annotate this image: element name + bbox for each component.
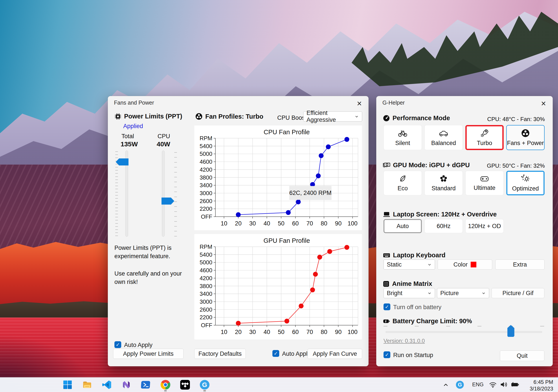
apply-fan-curve-button[interactable]: Apply Fan Curve <box>308 349 362 359</box>
tray-chevron-up-icon[interactable] <box>442 381 450 389</box>
laptop-icon <box>383 211 390 217</box>
anime-brightness-dropdown[interactable]: Bright <box>384 288 435 298</box>
tick <box>174 211 177 212</box>
tick <box>115 233 118 233</box>
battery-slider-track[interactable] <box>385 331 542 333</box>
run-on-startup-label: Run on Startup <box>393 352 433 359</box>
svg-text:5000: 5000 <box>200 259 212 266</box>
tick <box>174 167 177 167</box>
taskbar-start-button[interactable] <box>62 380 73 390</box>
power-auto-apply-label: Auto Apply <box>124 342 152 349</box>
cpu-fan-chart[interactable]: CPU Fan ProfileOFF2200260030003400380042… <box>194 125 362 230</box>
total-slider-handle[interactable] <box>116 158 129 166</box>
version-link[interactable]: Version: 0.31.0.0 <box>384 338 425 344</box>
keyboard-color-button[interactable]: Color <box>438 259 492 270</box>
taskbar-visual-studio-button[interactable] <box>121 380 131 390</box>
cpu-value: 40W <box>157 140 170 148</box>
gamepad-icon <box>480 175 489 182</box>
close-icon[interactable]: × <box>538 98 549 109</box>
taskbar-tidal-button[interactable] <box>180 380 190 390</box>
fan-auto-apply-checkbox[interactable]: ✓ <box>272 350 279 357</box>
run-on-startup-checkbox[interactable]: ✓ <box>384 351 390 358</box>
tick <box>115 198 118 199</box>
picture-gif-button[interactable]: Picture / Gif <box>492 288 544 298</box>
tick <box>540 326 544 326</box>
svg-text:5400: 5400 <box>200 251 212 258</box>
mode-silent-button[interactable]: Silent <box>384 125 422 150</box>
cpu-boost-dropdown[interactable]: Efficient Aggressive <box>303 111 362 122</box>
tick <box>115 220 118 220</box>
svg-text:100: 100 <box>348 329 357 335</box>
gpu-standard-button[interactable]: Standard <box>424 171 463 195</box>
taskbar-chrome-button[interactable] <box>160 380 171 390</box>
close-icon[interactable]: × <box>354 98 365 109</box>
cpu-slider-handle[interactable] <box>162 198 174 205</box>
mode-turbo-button[interactable]: Turbo <box>465 125 504 150</box>
cpu-slider-track[interactable] <box>162 150 165 237</box>
mode-balanced-button[interactable]: Balanced <box>424 125 463 150</box>
tick <box>174 152 177 153</box>
apply-power-limits-button[interactable]: Apply Power Limits <box>113 349 183 359</box>
taskbar-clock[interactable]: 6:45 PM 3/18/2023 <box>530 379 553 392</box>
tick <box>174 157 177 158</box>
gpu-temp-fan-status: GPU: 50°C - Fan: 32% <box>487 162 545 169</box>
tick <box>115 235 118 236</box>
svg-text:50: 50 <box>278 329 285 335</box>
svg-text:3000: 3000 <box>200 190 212 196</box>
svg-text:2200: 2200 <box>200 205 212 212</box>
volume-icon[interactable] <box>500 381 508 388</box>
performance-mode-header: Performance Mode <box>383 115 450 122</box>
tick <box>115 180 118 180</box>
svg-text:OFF: OFF <box>201 322 212 328</box>
svg-text:80: 80 <box>321 220 327 227</box>
laptop-keyboard-header: Laptop Keyboard <box>383 252 445 259</box>
tray-language[interactable]: ENG <box>472 382 484 388</box>
tick <box>174 187 177 187</box>
taskbar-ghelper-button[interactable]: G <box>200 380 210 390</box>
svg-text:2600: 2600 <box>200 306 212 313</box>
tick <box>174 177 177 177</box>
svg-text:5400: 5400 <box>200 143 212 150</box>
tick <box>174 162 177 163</box>
factory-defaults-button[interactable]: Factory Defaults <box>194 349 246 359</box>
anime-running-dropdown[interactable]: Picture <box>437 288 489 298</box>
vscode-icon <box>102 380 112 390</box>
tick <box>115 204 118 205</box>
tidal-icon <box>180 380 190 390</box>
svg-text:2200: 2200 <box>200 314 212 321</box>
taskbar-explorer-button[interactable] <box>82 380 92 390</box>
quit-button[interactable]: Quit <box>500 350 544 361</box>
tray-date: 3/18/2023 <box>530 385 553 392</box>
screen-120hz-od-button[interactable]: 120Hz + OD <box>465 219 504 233</box>
svg-text:5000: 5000 <box>200 150 212 157</box>
keyboard-mode-dropdown[interactable]: Static <box>384 259 435 270</box>
tick <box>174 236 177 236</box>
gpu-eco-button[interactable]: Eco <box>384 171 422 195</box>
window-title: Fans and Power <box>114 100 154 106</box>
chip-icon <box>114 113 122 120</box>
taskbar-powershell-button[interactable] <box>141 380 151 390</box>
wifi-icon[interactable] <box>489 381 497 388</box>
mode-fans-power-button[interactable]: Fans + Power <box>506 125 545 150</box>
matrix-icon <box>383 281 389 287</box>
keyboard-extra-button[interactable]: Extra <box>495 259 545 270</box>
power-auto-apply-checkbox[interactable]: ✓ <box>114 341 121 348</box>
tray-ghelper-icon[interactable]: G <box>456 381 464 389</box>
power-limits-header: Power Limits (PPT) <box>114 113 182 120</box>
gpu-fan-chart[interactable]: GPU Fan ProfileOFF2200260030003400380042… <box>194 234 362 339</box>
tick <box>174 197 177 197</box>
svg-text:80: 80 <box>321 329 327 335</box>
screen-60hz-button[interactable]: 60Hz <box>424 219 463 233</box>
screen-auto-button[interactable]: Auto <box>384 219 422 233</box>
turn-off-on-battery-checkbox[interactable]: ✓ <box>384 303 390 310</box>
fan-icon <box>195 113 203 120</box>
total-label: Total <box>122 133 134 140</box>
svg-text:40: 40 <box>264 329 270 335</box>
svg-text:70: 70 <box>306 329 313 335</box>
gpu-optimized-button[interactable]: Optimized <box>506 171 545 195</box>
taskbar-vscode-button[interactable] <box>102 380 112 390</box>
tick <box>115 186 118 186</box>
battery-tray-icon[interactable] <box>510 381 519 388</box>
gpu-ultimate-button[interactable]: Ultimate <box>465 171 504 195</box>
battery-slider-handle[interactable] <box>507 325 514 337</box>
